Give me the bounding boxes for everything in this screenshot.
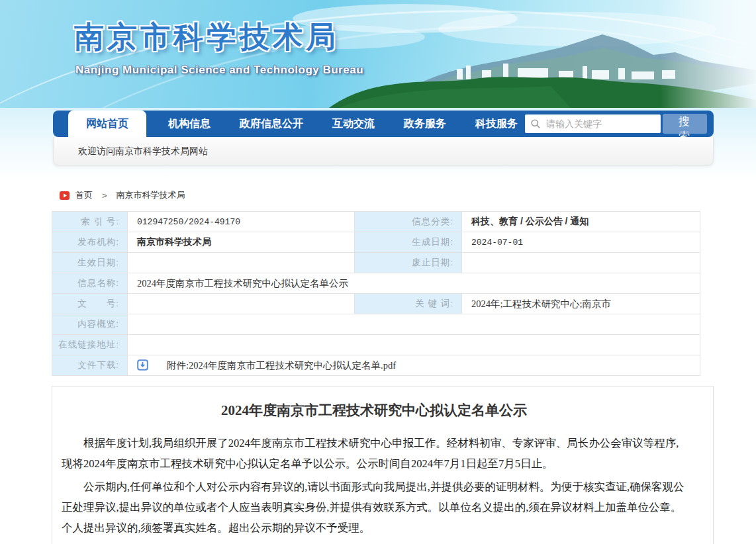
meta-value-effective: [128, 253, 355, 273]
meta-value-category: 科技、教育 / 公示公告 / 通知: [462, 212, 700, 232]
meta-label-expire: 废止日期:: [355, 253, 462, 273]
meta-label-created: 生成日期:: [355, 232, 462, 253]
meta-value-download: 附件:2024年度南京市工程技术研究中心拟认定名单.pdf: [128, 355, 700, 376]
search-icon: [530, 118, 541, 129]
nav-tab-gov-disclosure[interactable]: 政府信息公开: [232, 111, 310, 137]
nav-tab-tech-services[interactable]: 科技服务: [468, 111, 525, 137]
meta-label-keywords: 关 键 词:: [355, 294, 462, 314]
meta-label-docnum: 文 号:: [52, 294, 128, 314]
article-paragraph: 公示期内,任何单位和个人对公示内容有异议的,请以书面形式向我局提出,并提供必要的…: [62, 476, 686, 538]
table-row: 发布机构: 南京市科学技术局 生成日期: 2024-07-01: [52, 232, 700, 253]
search-button[interactable]: 搜索: [663, 114, 707, 134]
article-card: 2024年度南京市工程技术研究中心拟认定名单公示 根据年度计划,我局组织开展了2…: [52, 386, 714, 544]
meta-value-index: 012947250/2024-49170: [128, 212, 355, 232]
meta-label-index: 索 引 号:: [52, 212, 128, 232]
site-banner: 南京市科学技术局 Nanjing Municipal Science and T…: [0, 0, 756, 108]
site-logo: 南京市科学技术局 Nanjing Municipal Science and T…: [74, 17, 363, 77]
table-row: 内容概览:: [52, 314, 700, 335]
meta-value-name: 2024年度南京市工程技术研究中心拟认定名单公示: [128, 273, 700, 294]
attachment-link[interactable]: 附件:2024年度南京市工程技术研究中心拟认定名单.pdf: [167, 360, 396, 371]
welcome-text: 欢迎访问南京市科学技术局网站: [78, 146, 208, 156]
main-navigation: 网站首页 机构信息 政府信息公开 互动交流 政务服务 科技服务 搜索: [53, 111, 714, 137]
nav-tab-interaction[interactable]: 互动交流: [325, 111, 382, 137]
meta-value-expire: [462, 253, 700, 273]
table-row: 文 号: 关 键 词: 2024年;工程技术研究中心;南京市: [52, 294, 700, 314]
meta-label-category: 信息分类:: [355, 212, 462, 232]
download-icon[interactable]: [137, 359, 148, 371]
search-input[interactable]: [525, 114, 661, 133]
breadcrumb-separator: >: [102, 191, 107, 201]
meta-label-effective: 生效日期:: [52, 253, 128, 273]
site-title-en: Nanjing Municipal Science and Technology…: [75, 64, 363, 77]
meta-value-keywords: 2024年;工程技术研究中心;南京市: [462, 294, 700, 314]
breadcrumb: 首页 > 南京市科学技术局: [60, 189, 756, 201]
meta-label-link: 在线链接地址:: [52, 335, 128, 355]
article-paragraph: 根据年度计划,我局组织开展了2024年度南京市工程技术研究中心申报工作。经材料初…: [62, 433, 686, 474]
breadcrumb-home-link[interactable]: 首页: [75, 189, 93, 201]
breadcrumb-current: 南京市科学技术局: [117, 189, 185, 201]
article-title: 2024年度南京市工程技术研究中心拟认定名单公示: [62, 401, 686, 420]
nav-tab-home[interactable]: 网站首页: [68, 111, 146, 137]
meta-label-publisher: 发布机构:: [52, 232, 128, 253]
meta-label-summary: 内容概览:: [52, 314, 128, 335]
meta-value-link: [128, 335, 700, 355]
meta-value-created: 2024-07-01: [462, 232, 700, 253]
table-row: 索 引 号: 012947250/2024-49170 信息分类: 科技、教育 …: [52, 212, 700, 232]
meta-value-docnum: [128, 294, 355, 314]
table-row: 文件下载: 附件:2024年度南京市工程技术研究中心拟认定名单.pdf: [52, 355, 700, 376]
meta-value-summary: [128, 314, 700, 335]
breadcrumb-play-icon: [60, 191, 70, 200]
table-row: 信息名称: 2024年度南京市工程技术研究中心拟认定名单公示: [52, 273, 700, 294]
document-meta-table: 索 引 号: 012947250/2024-49170 信息分类: 科技、教育 …: [52, 211, 700, 376]
welcome-bar: 欢迎访问南京市科学技术局网站: [53, 137, 714, 165]
table-row: 在线链接地址:: [52, 335, 700, 355]
nav-tab-org-info[interactable]: 机构信息: [161, 111, 218, 137]
meta-label-download: 文件下载:: [52, 355, 128, 376]
table-row: 生效日期: 废止日期:: [52, 253, 700, 273]
nav-tab-gov-services[interactable]: 政务服务: [397, 111, 453, 137]
site-title-cn: 南京市科学技术局: [74, 17, 363, 57]
article-paragraph: 联系地址:南京市江东中路265号南京市科技局: [62, 541, 686, 544]
meta-label-name: 信息名称:: [52, 273, 128, 294]
meta-value-publisher: 南京市科学技术局: [128, 232, 355, 253]
page: 南京市科学技术局 Nanjing Municipal Science and T…: [0, 0, 756, 544]
